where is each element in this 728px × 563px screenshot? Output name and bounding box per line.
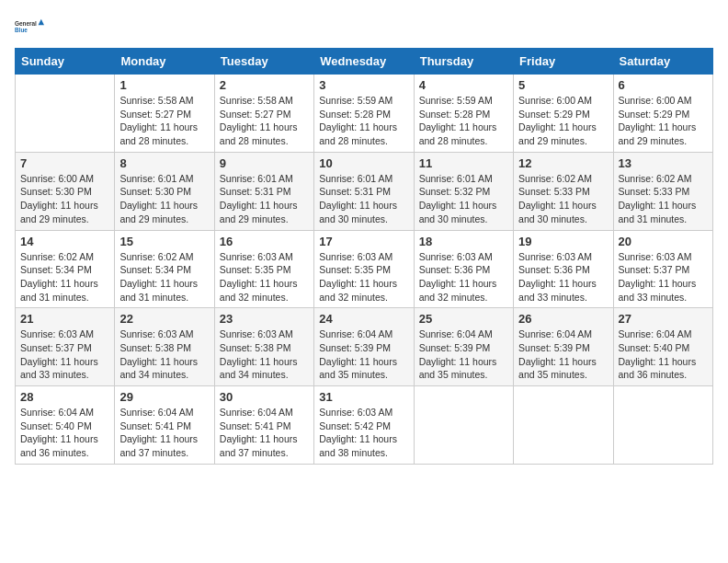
day-cell: 29Sunrise: 6:04 AM Sunset: 5:41 PM Dayli… [115,386,214,465]
day-number: 20 [619,235,708,248]
day-cell: 6Sunrise: 6:00 AM Sunset: 5:29 PM Daylig… [613,75,712,153]
day-info: Sunrise: 6:01 AM Sunset: 5:30 PM Dayligh… [119,172,209,226]
day-cell: 15Sunrise: 6:02 AM Sunset: 5:34 PM Dayli… [115,230,214,308]
day-cell: 16Sunrise: 6:03 AM Sunset: 5:35 PM Dayli… [214,230,313,308]
day-cell: 17Sunrise: 6:03 AM Sunset: 5:35 PM Dayli… [314,230,414,308]
day-cell: 10Sunrise: 6:01 AM Sunset: 5:31 PM Dayli… [314,152,414,230]
week-row-5: 28Sunrise: 6:04 AM Sunset: 5:40 PM Dayli… [16,386,713,465]
day-number: 11 [419,156,508,170]
calendar-table: SundayMondayTuesdayWednesdayThursdayFrid… [15,48,713,465]
day-cell: 24Sunrise: 6:04 AM Sunset: 5:39 PM Dayli… [314,308,414,386]
day-info: Sunrise: 6:00 AM Sunset: 5:29 PM Dayligh… [619,94,708,148]
day-cell: 13Sunrise: 6:02 AM Sunset: 5:33 PM Dayli… [613,152,712,230]
day-header-saturday: Saturday [613,49,712,75]
day-header-thursday: Thursday [414,49,513,75]
day-info: Sunrise: 5:58 AM Sunset: 5:27 PM Dayligh… [220,94,309,148]
day-info: Sunrise: 6:03 AM Sunset: 5:35 PM Dayligh… [319,250,408,304]
day-cell: 18Sunrise: 6:03 AM Sunset: 5:36 PM Dayli… [414,230,513,308]
week-row-3: 14Sunrise: 6:02 AM Sunset: 5:34 PM Dayli… [16,230,713,308]
day-number: 31 [319,390,408,404]
day-info: Sunrise: 6:04 AM Sunset: 5:41 PM Dayligh… [220,406,309,460]
day-number: 3 [319,78,408,92]
day-cell: 27Sunrise: 6:04 AM Sunset: 5:40 PM Dayli… [613,308,712,386]
day-cell: 14Sunrise: 6:02 AM Sunset: 5:34 PM Dayli… [16,230,115,308]
day-info: Sunrise: 6:03 AM Sunset: 5:36 PM Dayligh… [419,250,508,304]
day-number: 22 [119,312,209,326]
day-number: 2 [220,78,309,92]
day-cell: 3Sunrise: 5:59 AM Sunset: 5:28 PM Daylig… [314,75,414,153]
day-cell: 11Sunrise: 6:01 AM Sunset: 5:32 PM Dayli… [414,152,513,230]
day-info: Sunrise: 6:03 AM Sunset: 5:36 PM Dayligh… [518,250,608,304]
week-row-2: 7Sunrise: 6:00 AM Sunset: 5:30 PM Daylig… [16,152,713,230]
svg-text:Blue: Blue [15,27,28,33]
day-cell: 1Sunrise: 5:58 AM Sunset: 5:27 PM Daylig… [115,75,214,153]
day-info: Sunrise: 6:03 AM Sunset: 5:38 PM Dayligh… [220,327,309,382]
day-info: Sunrise: 6:04 AM Sunset: 5:39 PM Dayligh… [319,327,408,382]
week-row-4: 21Sunrise: 6:03 AM Sunset: 5:37 PM Dayli… [16,308,713,386]
day-number: 29 [119,390,209,404]
week-row-1: 1Sunrise: 5:58 AM Sunset: 5:27 PM Daylig… [16,75,713,153]
day-number: 4 [419,78,508,92]
day-info: Sunrise: 6:02 AM Sunset: 5:33 PM Dayligh… [619,172,708,226]
day-info: Sunrise: 6:01 AM Sunset: 5:31 PM Dayligh… [220,172,309,226]
day-info: Sunrise: 6:04 AM Sunset: 5:39 PM Dayligh… [419,327,508,382]
day-number: 13 [619,156,708,170]
day-info: Sunrise: 6:04 AM Sunset: 5:40 PM Dayligh… [619,327,708,382]
day-number: 10 [319,156,408,170]
day-number: 17 [319,235,408,248]
day-cell: 26Sunrise: 6:04 AM Sunset: 5:39 PM Dayli… [514,308,613,386]
day-number: 26 [518,312,608,326]
day-info: Sunrise: 6:01 AM Sunset: 5:32 PM Dayligh… [419,172,508,226]
day-cell: 31Sunrise: 6:03 AM Sunset: 5:42 PM Dayli… [314,386,414,465]
day-cell: 20Sunrise: 6:03 AM Sunset: 5:37 PM Dayli… [613,230,712,308]
day-number: 14 [20,235,109,248]
day-cell: 4Sunrise: 5:59 AM Sunset: 5:28 PM Daylig… [414,75,513,153]
day-cell: 25Sunrise: 6:04 AM Sunset: 5:39 PM Dayli… [414,308,513,386]
day-cell: 12Sunrise: 6:02 AM Sunset: 5:33 PM Dayli… [514,152,613,230]
day-info: Sunrise: 6:02 AM Sunset: 5:34 PM Dayligh… [20,250,109,304]
day-number: 28 [20,390,109,404]
logo-icon: General Blue [15,15,44,40]
day-cell [16,75,115,153]
day-info: Sunrise: 6:02 AM Sunset: 5:33 PM Dayligh… [518,172,608,226]
day-cell [514,386,613,465]
day-info: Sunrise: 5:59 AM Sunset: 5:28 PM Dayligh… [419,94,508,148]
day-number: 30 [220,390,309,404]
day-cell: 7Sunrise: 6:00 AM Sunset: 5:30 PM Daylig… [16,152,115,230]
day-info: Sunrise: 6:03 AM Sunset: 5:42 PM Dayligh… [319,406,408,460]
day-cell: 23Sunrise: 6:03 AM Sunset: 5:38 PM Dayli… [214,308,313,386]
day-number: 19 [518,235,608,248]
page-header: General Blue [15,15,713,40]
day-info: Sunrise: 6:03 AM Sunset: 5:35 PM Dayligh… [220,250,309,304]
day-cell: 22Sunrise: 6:03 AM Sunset: 5:38 PM Dayli… [115,308,214,386]
day-cell: 8Sunrise: 6:01 AM Sunset: 5:30 PM Daylig… [115,152,214,230]
day-info: Sunrise: 6:04 AM Sunset: 5:40 PM Dayligh… [20,406,109,460]
day-cell: 21Sunrise: 6:03 AM Sunset: 5:37 PM Dayli… [16,308,115,386]
day-number: 15 [119,235,209,248]
day-cell [414,386,513,465]
day-cell: 2Sunrise: 5:58 AM Sunset: 5:27 PM Daylig… [214,75,313,153]
day-header-wednesday: Wednesday [314,49,414,75]
day-number: 16 [220,235,309,248]
day-number: 27 [619,312,708,326]
day-info: Sunrise: 6:00 AM Sunset: 5:29 PM Dayligh… [518,94,608,148]
logo: General Blue [15,15,44,40]
day-number: 18 [419,235,508,248]
day-cell: 9Sunrise: 6:01 AM Sunset: 5:31 PM Daylig… [214,152,313,230]
day-number: 1 [119,78,209,92]
day-info: Sunrise: 5:58 AM Sunset: 5:27 PM Dayligh… [119,94,209,148]
day-number: 6 [619,78,708,92]
day-header-sunday: Sunday [16,49,115,75]
day-number: 8 [119,156,209,170]
day-number: 5 [518,78,608,92]
day-cell: 28Sunrise: 6:04 AM Sunset: 5:40 PM Dayli… [16,386,115,465]
day-cell: 19Sunrise: 6:03 AM Sunset: 5:36 PM Dayli… [514,230,613,308]
day-number: 25 [419,312,508,326]
svg-marker-2 [39,19,44,25]
day-number: 9 [220,156,309,170]
day-cell: 30Sunrise: 6:04 AM Sunset: 5:41 PM Dayli… [214,386,313,465]
day-header-tuesday: Tuesday [214,49,313,75]
day-number: 7 [20,156,109,170]
day-info: Sunrise: 6:02 AM Sunset: 5:34 PM Dayligh… [119,250,209,304]
day-header-monday: Monday [115,49,214,75]
